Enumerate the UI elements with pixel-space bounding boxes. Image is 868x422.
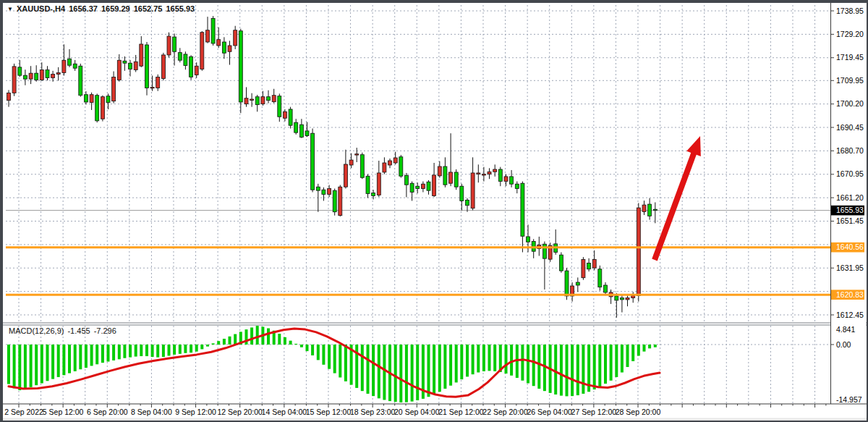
- macd-histogram-bar: [604, 345, 607, 384]
- price-tick-label: 1700.20: [836, 99, 864, 108]
- macd-histogram-bar: [267, 329, 270, 345]
- price-tick-label: 1729.20: [836, 30, 864, 38]
- macd-histogram-bar: [477, 345, 480, 373]
- macd-histogram-bar: [405, 345, 408, 402]
- price-tick-label: 1661.20: [836, 193, 864, 202]
- macd-min-label: -14.957: [836, 395, 862, 404]
- time-tick-label: 9 Sep 12:00: [175, 408, 216, 416]
- macd-histogram-bar: [449, 345, 452, 386]
- macd-histogram-bar: [361, 345, 364, 391]
- macd-histogram-bar: [289, 341, 292, 345]
- candle: [190, 55, 193, 80]
- macd-histogram-bar: [532, 345, 535, 386]
- macd-histogram-bar: [206, 345, 209, 347]
- time-tick-label: 27 Sep 12:00: [571, 408, 617, 416]
- macd-histogram-bar: [46, 345, 49, 381]
- macd-histogram-bar: [135, 345, 137, 357]
- macd-histogram-bar: [200, 345, 203, 349]
- price-axis[interactable]: 1738.951729.201719.451709.951700.201690.…: [830, 1, 866, 404]
- macd-histogram-bar: [333, 345, 336, 374]
- candle: [582, 257, 585, 280]
- macd-histogram-bar: [300, 345, 303, 347]
- candle: [311, 129, 315, 193]
- indicator-name: MACD(12,26,9): [9, 326, 64, 335]
- macd-histogram-bar: [328, 345, 331, 369]
- candle: [200, 31, 204, 71]
- macd-histogram-bar: [537, 345, 540, 389]
- macd-histogram-bar: [615, 345, 618, 377]
- svg-text:1640.56: 1640.56: [836, 242, 864, 251]
- macd-histogram-bar: [438, 345, 441, 392]
- macd-histogram-bar: [631, 345, 634, 361]
- macd-histogram-bar: [129, 345, 132, 358]
- price-tick-label: 1612.45: [836, 311, 864, 319]
- svg-text:1655.93: 1655.93: [836, 206, 864, 214]
- candle: [598, 266, 602, 291]
- macd-histogram-bar: [30, 345, 33, 387]
- macd-histogram-bar: [411, 345, 414, 402]
- macd-histogram-bar: [510, 345, 513, 376]
- macd-histogram-bar: [234, 334, 237, 345]
- macd-histogram-bar: [223, 339, 226, 345]
- macd-histogram-bar: [378, 345, 380, 398]
- macd-histogram-bar: [179, 345, 182, 354]
- macd-histogram-bar: [85, 345, 88, 368]
- time-tick-label: 6 Sep 20:00: [87, 408, 128, 416]
- ohlc-open: 1656.37: [69, 4, 98, 13]
- candle: [101, 96, 104, 122]
- candle: [211, 16, 215, 46]
- candle: [339, 185, 342, 216]
- candle: [289, 107, 292, 129]
- price-tick-label: 1631.95: [836, 263, 864, 272]
- macd-histogram-bar: [62, 345, 65, 375]
- time-tick-label: 12 Sep 20:00: [217, 408, 263, 416]
- macd-histogram-bar: [311, 345, 314, 355]
- macd-histogram-bar: [173, 345, 176, 355]
- macd-histogram-bar: [250, 327, 253, 345]
- macd-histogram-bar: [488, 345, 491, 371]
- macd-histogram-bar: [118, 345, 121, 359]
- macd-histogram-bar: [13, 345, 16, 388]
- price-tick-label: 1690.45: [836, 123, 864, 132]
- chart-ohlc-header: ▼XAUUSD-,H41656.371659.291652.751655.93: [7, 4, 198, 13]
- macd-histogram-bar: [41, 345, 43, 383]
- price-tick-label: 1680.70: [836, 146, 864, 155]
- macd-histogram-bar: [51, 345, 54, 379]
- macd-histogram-bar: [7, 345, 10, 384]
- macd-histogram-bar: [367, 345, 370, 394]
- macd-histogram-bar: [455, 345, 458, 382]
- candle: [454, 169, 458, 190]
- symbol-dropdown-icon[interactable]: ▼: [7, 6, 13, 12]
- macd-histogram-bar: [195, 345, 198, 352]
- mt4-chart-window: 1738.951729.201719.451709.951700.201690.…: [0, 0, 868, 422]
- macd-histogram-bar: [427, 345, 430, 397]
- macd-histogram-bar: [107, 345, 110, 362]
- candlestick-chart[interactable]: 1738.951729.201719.451709.951700.201690.…: [1, 1, 868, 422]
- ohlc-low: 1652.75: [134, 4, 163, 13]
- macd-histogram-bar: [621, 345, 624, 373]
- macd-histogram-bar: [140, 345, 142, 356]
- indicator-main-value: -1.455: [67, 326, 90, 335]
- macd-histogram-bar: [112, 345, 115, 360]
- macd-histogram-bar: [460, 345, 463, 379]
- time-tick-label: 14 Sep 04:00: [262, 408, 307, 416]
- macd-histogram-bar: [256, 326, 259, 345]
- macd-histogram-bar: [582, 345, 584, 394]
- macd-histogram-bar: [57, 345, 60, 377]
- macd-histogram-bar: [212, 343, 215, 345]
- macd-histogram-bar: [168, 345, 171, 356]
- macd-histogram-bar: [123, 345, 126, 358]
- macd-histogram-bar: [648, 345, 651, 348]
- svg-text:1620.83: 1620.83: [836, 290, 864, 299]
- macd-histogram-bar: [339, 345, 341, 377]
- macd-histogram-bar: [416, 345, 419, 400]
- time-tick-label: 8 Sep 04:00: [131, 408, 172, 416]
- macd-histogram-bar: [643, 345, 646, 352]
- macd-histogram-bar: [394, 345, 397, 402]
- macd-histogram-bar: [284, 337, 286, 345]
- macd-histogram-bar: [294, 344, 297, 345]
- ohlc-close: 1655.93: [166, 4, 195, 13]
- macd-histogram-bar: [18, 345, 21, 390]
- macd-histogram-bar: [162, 345, 165, 357]
- bottom-strip: [3, 418, 868, 422]
